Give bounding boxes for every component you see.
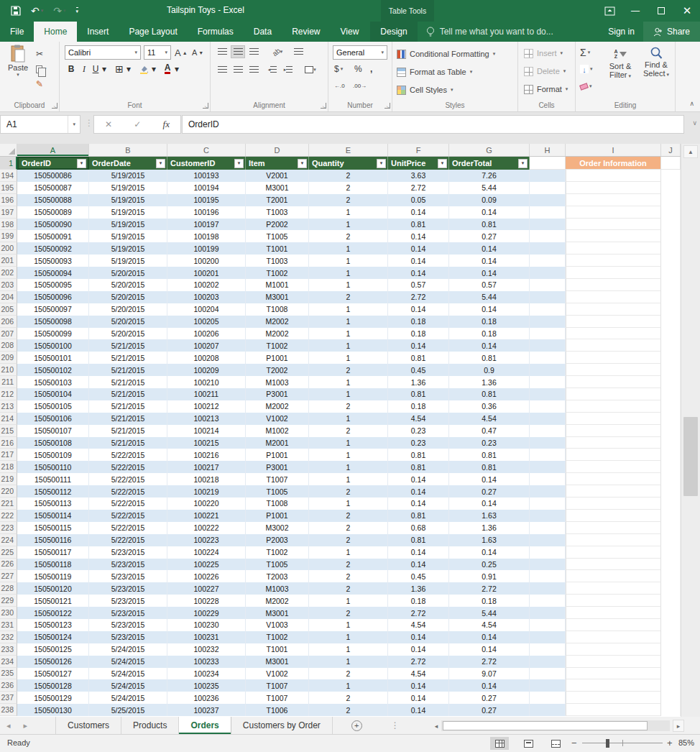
cell-quantity[interactable]: 1 — [309, 255, 388, 267]
clipboard-dialog-launcher[interactable] — [52, 103, 57, 109]
cell-quantity[interactable]: 1 — [309, 631, 388, 643]
cell-orderdate[interactable]: 5/20/2015 — [89, 328, 167, 340]
format-painter-button[interactable]: ✎ — [36, 78, 43, 91]
cell-ordertotal[interactable]: 5.44 — [449, 607, 530, 619]
cell-orderdate[interactable]: 5/23/2015 — [89, 631, 167, 643]
save-button[interactable] — [7, 3, 24, 19]
currency-button[interactable]: $▾ — [334, 63, 343, 75]
cell-unitprice[interactable]: 0.45 — [388, 570, 449, 582]
cell-item[interactable]: V2001 — [246, 170, 309, 182]
cell-orderdate[interactable]: 5/22/2015 — [89, 485, 167, 497]
header-item[interactable]: Item▼ — [246, 157, 309, 170]
cell-j[interactable] — [661, 643, 681, 656]
cell-orderdate[interactable]: 5/21/2015 — [89, 437, 167, 449]
cell-customerid[interactable]: 100236 — [167, 692, 246, 704]
delete-cells-button[interactable]: Delete▾ — [524, 64, 566, 78]
cell-quantity[interactable]: 1 — [309, 303, 388, 316]
row-number[interactable]: 223 — [0, 522, 17, 534]
underline-button[interactable]: U — [91, 62, 101, 76]
clear-button[interactable]: ▾ — [580, 80, 592, 93]
cell-ordertotal[interactable]: 0.14 — [449, 473, 530, 485]
row-number[interactable]: 216 — [0, 437, 17, 449]
cell-item[interactable]: M2002 — [246, 316, 309, 328]
cell-unitprice[interactable]: 0.81 — [388, 534, 449, 546]
conditional-formatting-button[interactable]: Conditional Formatting▾ — [397, 46, 495, 62]
autosum-dropdown-icon[interactable]: ▾ — [588, 50, 591, 55]
cell-order-information[interactable] — [566, 182, 661, 194]
decrease-indent-button[interactable]: ◂ — [265, 63, 280, 76]
cell-ordertotal[interactable]: 9.07 — [449, 668, 530, 680]
cell-order-information[interactable] — [566, 364, 661, 376]
row-number[interactable]: 206 — [0, 316, 17, 328]
cell-item[interactable]: V1002 — [246, 413, 309, 425]
page-layout-view-button[interactable] — [519, 737, 538, 750]
cell-item[interactable]: T1003 — [246, 206, 309, 219]
zoom-out-button[interactable]: − — [571, 738, 577, 748]
normal-view-button[interactable] — [490, 737, 509, 750]
cell-order-information[interactable] — [566, 206, 661, 219]
cell-orderdate[interactable]: 5/21/2015 — [89, 352, 167, 364]
cell-unitprice[interactable]: 0.18 — [388, 328, 449, 340]
maximize-button[interactable] — [648, 0, 674, 22]
cell-quantity[interactable]: 1 — [309, 497, 388, 510]
column-header-d[interactable]: D — [246, 144, 309, 156]
cell-orderid[interactable]: 150500122 — [17, 607, 89, 619]
filter-button-quantity[interactable]: ▼ — [377, 159, 386, 168]
undo-dropdown-icon[interactable]: ▾ — [41, 8, 44, 14]
row-number[interactable]: 228 — [0, 582, 17, 595]
cell-quantity[interactable]: 1 — [309, 449, 388, 461]
row-number[interactable]: 231 — [0, 619, 17, 631]
cell-orderdate[interactable]: 5/21/2015 — [89, 400, 167, 413]
cell-order-information[interactable] — [566, 546, 661, 559]
cell-ordertotal[interactable]: 0.14 — [449, 255, 530, 267]
cell-unitprice[interactable]: 4.54 — [388, 413, 449, 425]
cell-order-information[interactable] — [566, 522, 661, 534]
currency-dropdown-icon[interactable]: ▾ — [341, 66, 344, 72]
cell-ordertotal[interactable]: 0.18 — [449, 595, 530, 607]
horizontal-scrollbar[interactable]: ◂ ▸ — [431, 720, 684, 732]
cell-customerid[interactable]: 100212 — [167, 400, 246, 413]
cell-order-information[interactable] — [566, 291, 661, 303]
name-box[interactable]: A1▾ — [0, 115, 80, 134]
cell-orderdate[interactable]: 5/22/2015 — [89, 510, 167, 522]
cell-j[interactable] — [661, 255, 681, 267]
cell-order-information[interactable] — [566, 328, 661, 340]
cell-ordertotal[interactable]: 0.14 — [449, 643, 530, 656]
filter-button-orderid[interactable]: ▼ — [77, 159, 86, 168]
cell-item[interactable]: M3001 — [246, 607, 309, 619]
cell-orderdate[interactable]: 5/23/2015 — [89, 546, 167, 559]
cell-orderdate[interactable]: 5/23/2015 — [89, 607, 167, 619]
filter-button-item[interactable]: ▼ — [298, 159, 307, 168]
font-color-button[interactable]: A — [162, 62, 173, 76]
cell-customerid[interactable]: 100217 — [167, 461, 246, 473]
cell-ordertotal[interactable]: 0.14 — [449, 242, 530, 255]
cell-j[interactable] — [661, 631, 681, 643]
cell-order-information[interactable] — [566, 570, 661, 582]
cell-item[interactable]: T1003 — [246, 255, 309, 267]
cell-j[interactable] — [661, 656, 681, 668]
comma-style-button[interactable]: , — [370, 63, 372, 75]
cell-unitprice[interactable]: 0.14 — [388, 546, 449, 559]
cell-customerid[interactable]: 100207 — [167, 339, 246, 352]
cell-order-information[interactable] — [566, 316, 661, 328]
cell-quantity[interactable]: 1 — [309, 473, 388, 485]
cell-orderid[interactable]: 150500109 — [17, 449, 89, 461]
cell-item[interactable]: T1001 — [246, 242, 309, 255]
cell-item[interactable]: M2002 — [246, 595, 309, 607]
sort-filter-button[interactable]: AZ Sort &Filter ▾ — [603, 46, 637, 96]
cell-unitprice[interactable]: 0.14 — [388, 242, 449, 255]
row-number[interactable]: 229 — [0, 595, 17, 607]
cell-order-information[interactable] — [566, 510, 661, 522]
cell-j[interactable] — [661, 449, 681, 461]
cell-customerid[interactable]: 100222 — [167, 522, 246, 534]
cell-unitprice[interactable]: 0.18 — [388, 316, 449, 328]
row-number[interactable]: 238 — [0, 704, 17, 716]
cell-orderdate[interactable]: 5/21/2015 — [89, 413, 167, 425]
header-customerid[interactable]: CustomerID▼ — [167, 157, 246, 170]
enter-button[interactable]: ✓ — [134, 119, 141, 129]
cell-unitprice[interactable]: 0.81 — [388, 219, 449, 231]
cell-orderid[interactable]: 150500118 — [17, 559, 89, 571]
cell-h[interactable] — [530, 643, 566, 656]
cell-customerid[interactable]: 100203 — [167, 291, 246, 303]
cell-orderdate[interactable]: 5/21/2015 — [89, 364, 167, 376]
